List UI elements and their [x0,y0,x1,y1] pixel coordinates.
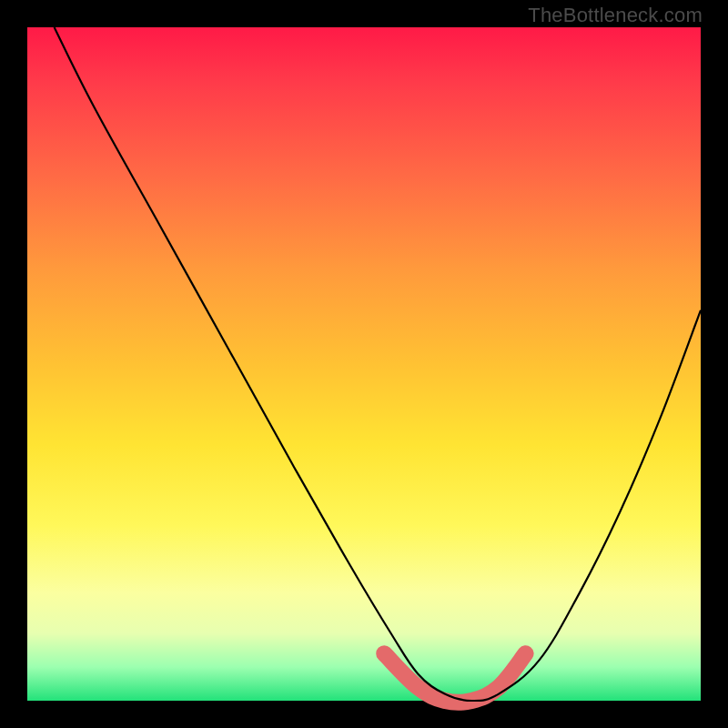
chart-svg [27,27,701,701]
watermark-text: TheBottleneck.com [528,4,703,27]
bottleneck-highlight [384,653,525,703]
bottleneck-curve [55,27,701,701]
chart-frame: TheBottleneck.com [0,0,728,728]
plot-area [27,27,701,701]
